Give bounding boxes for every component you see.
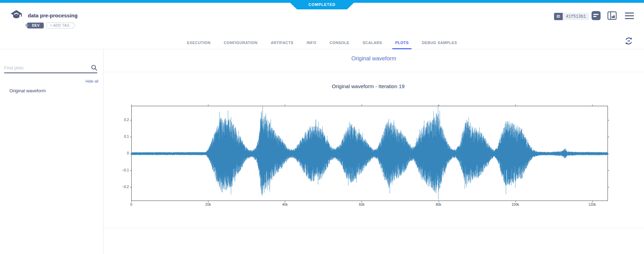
search-input[interactable] xyxy=(4,65,97,73)
tag-dev[interactable]: ⚙ DEV xyxy=(27,23,44,28)
experiment-detail-page: COMPLETED data pre-processing ⚙ DEV + AD… xyxy=(0,0,644,254)
tab-execution[interactable]: EXECUTION xyxy=(180,37,217,49)
page-title: data pre-processing xyxy=(28,12,77,18)
tab-scalars[interactable]: SCALARS xyxy=(356,37,389,49)
tag-dev-label: DEV xyxy=(32,24,40,27)
id-value: 41f513b1 xyxy=(563,13,589,20)
menu-bar xyxy=(625,12,634,14)
experiment-type-icon xyxy=(10,9,23,22)
menu-bar xyxy=(625,15,634,16)
menu-icon[interactable] xyxy=(625,12,634,19)
waveform-plot-canvas[interactable] xyxy=(115,102,622,212)
add-tag-button[interactable]: + ADD TAG xyxy=(47,23,76,28)
auto-refresh-pause-icon[interactable] xyxy=(624,36,634,46)
id-label: ID xyxy=(554,13,563,20)
status-ribbon-label: COMPLETED xyxy=(308,2,336,7)
details-view-icon[interactable] xyxy=(591,11,601,20)
plot-group-heading: Original waveform xyxy=(104,56,644,62)
split-panel-chart-icon[interactable] xyxy=(607,11,617,20)
tab-info[interactable]: INFO xyxy=(300,37,323,49)
sidebar-item-original-waveform[interactable]: Original waveform xyxy=(9,88,46,93)
plot-search xyxy=(4,65,97,73)
chart-title: Original waveform - Iteration 19 xyxy=(115,83,622,89)
tab-console[interactable]: CONSOLE xyxy=(323,37,356,49)
add-tag-label: + ADD TAG xyxy=(47,23,76,27)
status-bar xyxy=(0,0,644,3)
tab-configuration[interactable]: CONFIGURATION xyxy=(217,37,264,49)
tab-artifacts[interactable]: ARTIFACTS xyxy=(264,37,300,49)
tag-row: ⚙ DEV + ADD TAG xyxy=(27,23,76,28)
experiment-id-badge[interactable]: ID 41f513b1 xyxy=(554,13,589,20)
search-underline xyxy=(4,73,97,73)
gear-icon: ⚙ xyxy=(25,23,29,28)
hide-all-link[interactable]: Hide all xyxy=(0,79,98,83)
divider xyxy=(104,72,644,72)
plots-sidebar: Hide all Original waveform xyxy=(0,49,104,254)
tab-debug-samples[interactable]: DEBUG SAMPLES xyxy=(415,37,463,49)
search-icon[interactable] xyxy=(91,65,97,71)
tab-plots[interactable]: PLOTS xyxy=(389,37,415,49)
divider xyxy=(104,228,644,228)
tab-bar: EXECUTION CONFIGURATION ARTIFACTS INFO C… xyxy=(0,37,644,49)
menu-bar xyxy=(625,18,634,19)
